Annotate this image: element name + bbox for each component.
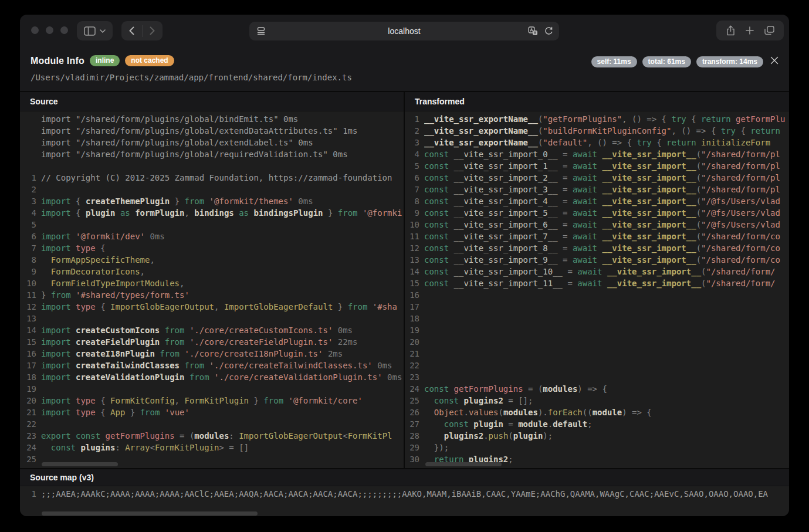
transformed-horizontal-scrollbar[interactable]: [425, 462, 502, 466]
code-text: [424, 301, 789, 313]
code-line: 16import createI18nPlugin from './core/c…: [20, 348, 404, 360]
line-number: 19: [20, 383, 41, 395]
close-icon[interactable]: [768, 54, 781, 67]
code-line: 13const __vite_ssr_import_9__ = await __…: [405, 254, 789, 266]
browser-toolbar: localhost: [20, 15, 789, 47]
code-line: 6const __vite_ssr_import_2__ = await __v…: [405, 172, 789, 184]
traffic-light-zoom[interactable]: [60, 26, 68, 34]
line-number: 13: [20, 313, 41, 324]
source-code: import "/shared/form/plugins/global/bind…: [20, 111, 404, 468]
code-line: import "/shared/form/plugins/global/exte…: [20, 137, 404, 148]
line-number: 17: [405, 301, 424, 313]
code-line: 20: [405, 336, 789, 348]
status-badge-not-cached: not cached: [125, 55, 174, 66]
code-line: 17import createTailwindClasses from './c…: [20, 360, 404, 371]
code-line: 1;;;AAEA;AAAkC;AAAA;AAAA;AAAA;AAClC;AAEA…: [20, 488, 789, 500]
code-text: import type { App } from 'vue': [41, 406, 404, 418]
code-text: const __vite_ssr_import_5__ = await __vi…: [424, 207, 789, 219]
line-number: 28: [405, 430, 424, 442]
code-line: 8const __vite_ssr_import_4__ = await __v…: [405, 195, 789, 207]
line-number: 13: [405, 254, 424, 266]
traffic-light-minimize[interactable]: [46, 26, 53, 34]
source-horizontal-scrollbar[interactable]: [42, 462, 118, 466]
line-number: [20, 137, 41, 148]
line-number: 20: [405, 336, 424, 348]
code-line: 1__vite_ssr_exportName__("getFormPlugins…: [405, 113, 789, 125]
line-number: 25: [20, 453, 41, 465]
line-number: 21: [405, 348, 424, 360]
line-number: [20, 160, 41, 172]
code-text: import "/shared/form/plugins/global/bind…: [41, 113, 404, 125]
line-number: 9: [405, 207, 424, 219]
code-text: import "/shared/form/plugins/global/requ…: [41, 148, 404, 160]
code-line: 15const __vite_ssr_import_11__ = await _…: [405, 277, 789, 289]
line-number: 23: [20, 430, 41, 442]
sourcemap-panel: Source map (v3) 1;;;AAEA;AAAkC;AAAA;AAAA…: [20, 468, 789, 516]
line-number: 19: [405, 324, 424, 336]
code-line: 19: [20, 383, 404, 395]
code-text: [41, 160, 404, 172]
code-text: [41, 219, 404, 231]
line-number: 20: [20, 395, 41, 406]
address-bar[interactable]: localhost: [249, 22, 559, 40]
code-line: import "/shared/form/plugins/global/bind…: [20, 113, 404, 125]
sidebar-icon[interactable]: [84, 26, 96, 36]
line-number: 22: [405, 360, 424, 371]
line-number: 17: [20, 360, 41, 371]
status-badge-inline: inline: [90, 55, 120, 66]
code-text: [424, 336, 789, 348]
line-number: 6: [20, 231, 41, 242]
chevron-down-icon[interactable]: [100, 29, 106, 33]
code-line: 23export const getFormPlugins = (modules…: [20, 430, 404, 442]
code-line: import "/shared/form/plugins/global/exte…: [20, 125, 404, 137]
code-line: 18import createValidationPlugin from './…: [20, 371, 404, 383]
line-number: 15: [405, 277, 424, 289]
url-text: localhost: [249, 22, 559, 40]
line-number: 15: [20, 336, 41, 348]
code-line: 17: [405, 301, 789, 313]
code-text: ;;;AAEA;AAAkC;AAAA;AAAA;AAAA;AAClC;AAEA;…: [41, 488, 789, 500]
code-text: const getFormPlugins = (modules) => {: [424, 383, 789, 395]
code-line: 21: [405, 348, 789, 360]
code-text: const __vite_ssr_import_9__ = await __vi…: [424, 254, 789, 266]
code-line: 15import createFieldPlugin from './core/…: [20, 336, 404, 348]
code-text: import type { FormKitConfig, FormKitPlug…: [41, 395, 404, 406]
code-line: 25 const plugins2 = [];: [405, 395, 789, 406]
line-number: [20, 113, 41, 125]
line-number: 16: [20, 348, 41, 360]
line-number: 27: [405, 418, 424, 430]
code-line: 13: [20, 313, 404, 324]
line-number: 21: [20, 406, 41, 418]
line-number: [20, 148, 41, 160]
forward-icon[interactable]: [143, 26, 163, 35]
code-line: 5const __vite_ssr_import_1__ = await __v…: [405, 160, 789, 172]
transformed-panel-title: Transformed: [405, 92, 789, 111]
translate-icon[interactable]: [528, 26, 538, 36]
line-number: 2: [20, 184, 41, 195]
source-panel-title: Source: [20, 92, 404, 111]
line-number: 10: [20, 277, 41, 289]
code-line: 28 plugins2.push(plugin);: [405, 430, 789, 442]
line-number: 11: [20, 289, 41, 301]
transformed-panel: Transformed 1__vite_ssr_exportName__("ge…: [405, 92, 789, 468]
tabs-overview-icon[interactable]: [764, 26, 774, 35]
back-icon[interactable]: [122, 26, 142, 35]
share-icon[interactable]: [726, 25, 735, 36]
new-tab-icon[interactable]: [746, 26, 754, 35]
code-text: const plugin = module.default;: [424, 418, 789, 430]
code-text: const plugins: Array<FormKitPlugin> = []: [41, 442, 404, 453]
code-text: import { plugin as formPlugin, bindings …: [41, 207, 404, 219]
line-number: 11: [405, 231, 424, 242]
code-line: 4const __vite_ssr_import_0__ = await __v…: [405, 148, 789, 160]
sourcemap-horizontal-scrollbar[interactable]: [42, 511, 258, 516]
code-text: import createValidationPlugin from './co…: [41, 371, 404, 383]
reload-icon[interactable]: [544, 26, 553, 36]
code-line: 14const __vite_ssr_import_10__ = await _…: [405, 266, 789, 277]
code-text: [41, 418, 404, 430]
traffic-light-close[interactable]: [31, 26, 39, 34]
module-file-path: /Users/vladimir/Projects/zammad/app/fron…: [31, 73, 352, 82]
line-number: 7: [20, 242, 41, 254]
code-line: 24const getFormPlugins = (modules) => {: [405, 383, 789, 395]
code-text: const __vite_ssr_import_2__ = await __vi…: [424, 172, 789, 184]
code-line: [20, 160, 404, 172]
